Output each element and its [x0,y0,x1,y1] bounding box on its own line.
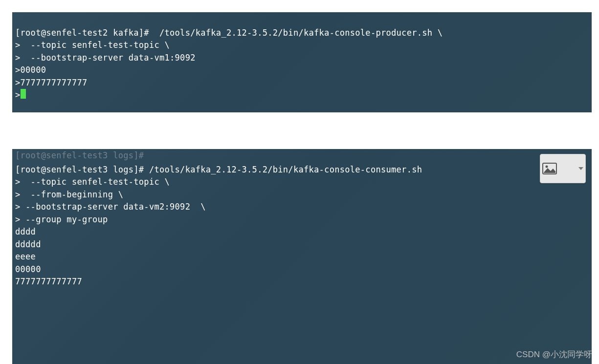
terminal-line: >00000 [15,65,46,75]
terminal-line: [root@senfel-test3 logs]# /tools/kafka_2… [15,165,422,174]
image-dropdown-button[interactable] [540,154,586,183]
image-icon [542,138,573,199]
terminal-line: 00000 [15,264,41,274]
terminal-consumer[interactable]: [root@senfel-test3 logs]# [root@senfel-t… [12,149,592,364]
cut-line: [root@senfel-test3 logs]# [15,150,144,160]
terminal-prompt: > [15,90,21,100]
terminal-line: > --topic senfel-test-topic \ [15,177,170,187]
terminal-producer[interactable]: [root@senfel-test2 kafka]# /tools/kafka_… [12,12,592,112]
terminal-line: [root@senfel-test2 kafka]# /tools/kafka_… [15,28,443,38]
terminal-line: > --bootstrap-server data-vm1:9092 [15,53,196,63]
terminal-line: > --bootstrap-server data-vm2:9092 \ [15,202,206,212]
svg-point-1 [546,166,548,168]
terminal-line: > --from-beginning \ [15,190,123,199]
chevron-down-icon [578,167,583,170]
terminal-line: >7777777777777 [15,78,88,87]
terminal-line: 7777777777777 [15,277,82,286]
terminal-line: > --topic senfel-test-topic \ [15,40,170,50]
cursor-block [21,89,26,99]
terminal-line: dddd [15,227,36,236]
terminal-line: eeee [15,252,36,261]
terminal-line: ddddd [15,239,41,249]
watermark-text: CSDN @小沈同学呀 [516,349,592,360]
terminal-line: > --group my-group [15,214,108,224]
